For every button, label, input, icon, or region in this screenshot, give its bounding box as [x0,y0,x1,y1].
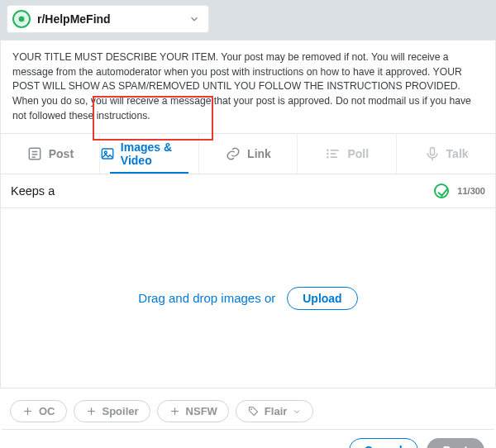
community-name: r/HelpMeFind [37,12,182,26]
title-row: 11/300 [0,174,496,208]
media-dropzone[interactable]: Drag and drop images or Upload [0,208,496,388]
svg-point-5 [104,151,107,154]
grammarly-icon [434,183,449,198]
mic-icon [424,145,441,162]
community-selector[interactable]: r/HelpMeFind [7,5,209,33]
title-input[interactable] [11,179,426,203]
top-bar: r/HelpMeFind [0,0,496,40]
dropzone-text: Drag and drop images or [138,291,275,305]
cancel-button[interactable]: Cancel [349,438,418,448]
image-icon [100,145,115,162]
tag-spoiler-label: Spoiler [103,405,139,417]
svg-rect-4 [102,149,113,159]
tab-talk: Talk [397,134,495,174]
post-button[interactable]: Post [427,438,484,448]
community-avatar-icon [12,10,31,28]
post-type-tabs: Post Images & Video Link Poll Talk [0,133,496,174]
tag-flair[interactable]: Flair [236,400,313,422]
tag-spoiler[interactable]: Spoiler [74,400,150,422]
plus-icon [169,405,181,417]
tag-nsfw[interactable]: NSFW [157,400,229,422]
char-counter: 11/300 [457,186,485,196]
tab-link[interactable]: Link [199,134,298,174]
plus-icon [85,405,98,417]
action-row: Cancel Post [0,430,496,448]
link-icon [225,145,241,162]
tab-images-video[interactable]: Images & Video [100,134,199,174]
tab-images-label: Images & Video [121,141,198,167]
tab-link-label: Link [247,147,271,160]
tag-oc-label: OC [39,405,55,417]
tab-post[interactable]: Post [1,134,100,174]
plus-icon [21,405,34,417]
upload-button[interactable]: Upload [287,287,357,310]
svg-rect-12 [430,148,434,155]
tab-poll-label: Poll [347,147,369,160]
tag-nsfw-label: NSFW [186,405,217,417]
tag-oc[interactable]: OC [10,400,67,422]
tag-flair-label: Flair [265,405,287,417]
post-icon [26,145,43,162]
tag-row: OC Spoiler NSFW Flair [0,388,496,429]
tab-talk-label: Talk [446,147,469,160]
poll-icon [325,145,341,162]
chevron-down-icon [188,13,200,25]
tab-poll: Poll [298,134,397,174]
rules-notice: YOUR TITLE MUST DESCRIBE YOUR ITEM. Your… [0,40,496,133]
chevron-down-icon [292,407,302,417]
tab-post-label: Post [49,147,74,160]
tag-icon [247,405,260,417]
svg-point-20 [250,409,252,411]
